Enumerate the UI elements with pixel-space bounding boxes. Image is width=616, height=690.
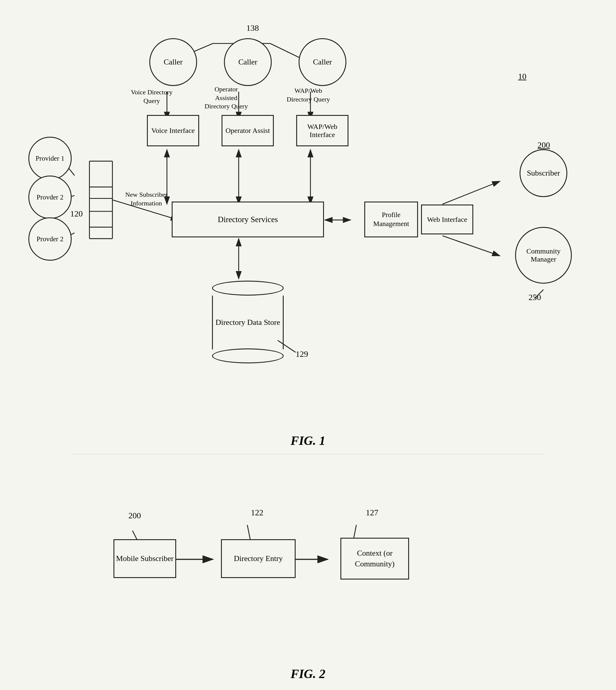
svg-line-38 (354, 525, 356, 539)
voice-query-label: Voice Directory Query (131, 88, 173, 105)
caller-circle-right: Caller (299, 38, 346, 86)
operator-assist-box: Operator Assist (222, 115, 274, 146)
profile-management-box: Profile Management (364, 202, 418, 237)
ref-122-fig2: 122 (251, 508, 263, 517)
ref-129: 129 (295, 349, 308, 359)
wap-query-label: WAP/Web Directory Query (287, 87, 330, 104)
new-subscriber-label: New Subscriber Information (119, 191, 173, 207)
cylinder-top (212, 281, 284, 295)
svg-line-37 (247, 525, 250, 539)
fig2-label: FIG. 2 (290, 667, 326, 681)
directory-services-box: Directory Services (172, 202, 324, 237)
ref-250: 250 (529, 293, 541, 302)
context-box: Context (or Community) (340, 538, 409, 580)
cylinder-label: Directory Data Store (215, 317, 281, 328)
fig2-svg (12, 463, 604, 690)
ref-200-fig2: 200 (128, 511, 141, 520)
provider1-circle: Provider 1 (28, 137, 72, 180)
subscriber-circle: Subscriber (520, 149, 567, 197)
fig1-label: FIG. 1 (290, 433, 326, 448)
ref-127-fig2: 127 (366, 508, 378, 517)
svg-line-26 (442, 181, 500, 204)
page: 138 10 Caller Caller Caller Voice Direct… (0, 0, 616, 690)
caller-circle-left: Caller (149, 38, 197, 86)
provider2b-circle: Provder 2 (28, 217, 72, 261)
ref-138: 138 (246, 23, 259, 33)
cylinder-body: Directory Data Store (212, 295, 284, 349)
community-manager-circle: Community Manager (515, 227, 572, 284)
caller-circle-center: Caller (224, 38, 272, 86)
voice-interface-box: Voice Interface (147, 115, 199, 146)
wap-interface-box: WAP/Web Interface (296, 115, 349, 146)
provider2a-circle: Provder 2 (28, 176, 72, 219)
ref-120: 120 (70, 209, 83, 219)
web-interface-box: Web Interface (421, 204, 473, 235)
directory-entry-box: Directory Entry (221, 539, 295, 578)
directory-data-store: Directory Data Store (212, 281, 284, 363)
operator-query-label: Operator Assisted Directory Query (203, 85, 249, 111)
cylinder-bottom (212, 349, 284, 363)
fig2-container: 200 122 127 Mobile Subscriber Directory … (12, 463, 604, 690)
mobile-subscriber-box: Mobile Subscriber (113, 539, 176, 578)
svg-line-27 (442, 236, 500, 256)
ref-200-fig1: 200 (537, 140, 550, 150)
fig1-container: 138 10 Caller Caller Caller Voice Direct… (12, 12, 604, 454)
ref-10: 10 (518, 72, 526, 81)
